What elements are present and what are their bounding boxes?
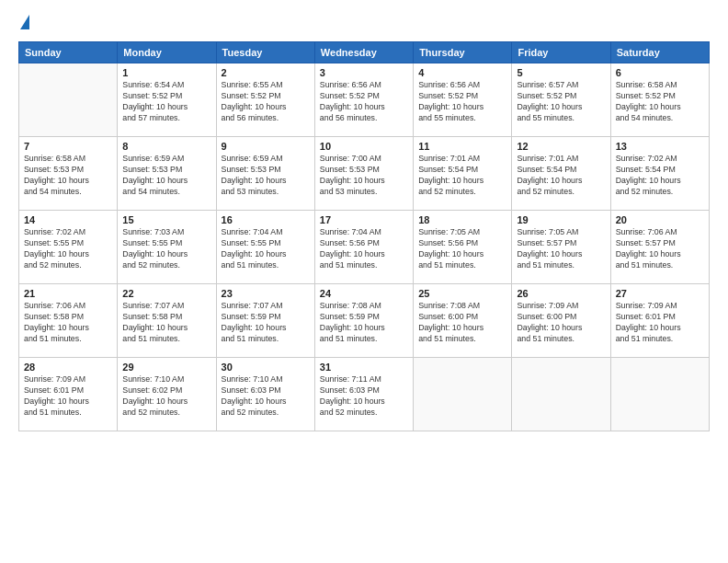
calendar-week-row: 14Sunrise: 7:02 AM Sunset: 5:55 PM Dayli… <box>19 211 710 284</box>
calendar-cell: 19Sunrise: 7:05 AM Sunset: 5:57 PM Dayli… <box>512 211 610 284</box>
day-info: Sunrise: 7:06 AM Sunset: 5:57 PM Dayligh… <box>616 227 704 271</box>
calendar-cell: 22Sunrise: 7:07 AM Sunset: 5:58 PM Dayli… <box>118 284 216 358</box>
calendar-week-row: 7Sunrise: 6:58 AM Sunset: 5:53 PM Daylig… <box>19 137 710 211</box>
day-info: Sunrise: 6:55 AM Sunset: 5:52 PM Dayligh… <box>222 80 310 124</box>
calendar-header-monday: Monday <box>118 42 216 63</box>
day-number: 31 <box>320 362 408 373</box>
day-number: 5 <box>517 67 605 78</box>
calendar-header-saturday: Saturday <box>610 42 709 63</box>
day-info: Sunrise: 6:56 AM Sunset: 5:52 PM Dayligh… <box>418 80 506 124</box>
day-info: Sunrise: 7:05 AM Sunset: 5:56 PM Dayligh… <box>418 227 506 271</box>
day-number: 30 <box>222 362 310 373</box>
day-number: 7 <box>24 141 112 152</box>
calendar-cell: 5Sunrise: 6:57 AM Sunset: 5:52 PM Daylig… <box>512 63 610 137</box>
day-number: 10 <box>320 141 408 152</box>
day-info: Sunrise: 6:59 AM Sunset: 5:53 PM Dayligh… <box>222 154 310 198</box>
day-number: 18 <box>418 214 506 225</box>
calendar-header-wednesday: Wednesday <box>314 42 413 63</box>
calendar-cell: 9Sunrise: 6:59 AM Sunset: 5:53 PM Daylig… <box>216 137 314 211</box>
day-number: 2 <box>222 67 310 78</box>
day-info: Sunrise: 7:08 AM Sunset: 5:59 PM Dayligh… <box>320 301 408 345</box>
day-info: Sunrise: 6:59 AM Sunset: 5:53 PM Dayligh… <box>122 154 210 198</box>
day-number: 8 <box>122 141 210 152</box>
page: SundayMondayTuesdayWednesdayThursdayFrid… <box>0 0 728 563</box>
calendar-cell: 11Sunrise: 7:01 AM Sunset: 5:54 PM Dayli… <box>414 137 512 211</box>
day-info: Sunrise: 6:57 AM Sunset: 5:52 PM Dayligh… <box>517 80 605 124</box>
calendar-cell: 29Sunrise: 7:10 AM Sunset: 6:02 PM Dayli… <box>118 358 216 431</box>
calendar-cell: 7Sunrise: 6:58 AM Sunset: 5:53 PM Daylig… <box>19 137 118 211</box>
calendar-header-friday: Friday <box>512 42 610 63</box>
day-number: 12 <box>517 141 605 152</box>
calendar-cell: 25Sunrise: 7:08 AM Sunset: 6:00 PM Dayli… <box>414 284 512 358</box>
logo <box>18 15 29 32</box>
calendar-cell: 23Sunrise: 7:07 AM Sunset: 5:59 PM Dayli… <box>216 284 314 358</box>
day-number: 9 <box>222 141 310 152</box>
calendar-cell <box>610 358 709 431</box>
calendar-header-thursday: Thursday <box>414 42 512 63</box>
day-number: 24 <box>320 288 408 299</box>
calendar-cell: 24Sunrise: 7:08 AM Sunset: 5:59 PM Dayli… <box>314 284 413 358</box>
calendar-header-row: SundayMondayTuesdayWednesdayThursdayFrid… <box>19 42 710 63</box>
calendar-week-row: 28Sunrise: 7:09 AM Sunset: 6:01 PM Dayli… <box>19 358 710 431</box>
day-info: Sunrise: 7:10 AM Sunset: 6:03 PM Dayligh… <box>222 374 310 419</box>
calendar-header-sunday: Sunday <box>19 42 118 63</box>
calendar-cell: 26Sunrise: 7:09 AM Sunset: 6:00 PM Dayli… <box>512 284 610 358</box>
calendar-week-row: 1Sunrise: 6:54 AM Sunset: 5:52 PM Daylig… <box>19 63 710 137</box>
calendar-cell: 14Sunrise: 7:02 AM Sunset: 5:55 PM Dayli… <box>19 211 118 284</box>
logo-text <box>18 15 29 31</box>
day-info: Sunrise: 7:05 AM Sunset: 5:57 PM Dayligh… <box>517 227 605 271</box>
calendar-cell: 21Sunrise: 7:06 AM Sunset: 5:58 PM Dayli… <box>19 284 118 358</box>
day-info: Sunrise: 7:09 AM Sunset: 6:01 PM Dayligh… <box>616 301 704 345</box>
day-info: Sunrise: 7:01 AM Sunset: 5:54 PM Dayligh… <box>418 154 506 198</box>
day-info: Sunrise: 7:07 AM Sunset: 5:59 PM Dayligh… <box>222 301 310 345</box>
day-info: Sunrise: 6:54 AM Sunset: 5:52 PM Dayligh… <box>122 80 210 124</box>
day-info: Sunrise: 7:07 AM Sunset: 5:58 PM Dayligh… <box>122 301 210 345</box>
day-number: 23 <box>222 288 310 299</box>
calendar-cell: 2Sunrise: 6:55 AM Sunset: 5:52 PM Daylig… <box>216 63 314 137</box>
day-info: Sunrise: 6:58 AM Sunset: 5:53 PM Dayligh… <box>24 154 112 198</box>
calendar-cell: 10Sunrise: 7:00 AM Sunset: 5:53 PM Dayli… <box>314 137 413 211</box>
calendar-week-row: 21Sunrise: 7:06 AM Sunset: 5:58 PM Dayli… <box>19 284 710 358</box>
header <box>18 15 710 32</box>
day-info: Sunrise: 7:09 AM Sunset: 6:01 PM Dayligh… <box>24 374 112 419</box>
day-number: 11 <box>418 141 506 152</box>
calendar-cell: 20Sunrise: 7:06 AM Sunset: 5:57 PM Dayli… <box>610 211 709 284</box>
calendar-header-tuesday: Tuesday <box>216 42 314 63</box>
day-number: 13 <box>616 141 704 152</box>
day-number: 27 <box>616 288 704 299</box>
calendar-table: SundayMondayTuesdayWednesdayThursdayFrid… <box>18 41 710 431</box>
day-info: Sunrise: 7:08 AM Sunset: 6:00 PM Dayligh… <box>418 301 506 345</box>
day-info: Sunrise: 7:01 AM Sunset: 5:54 PM Dayligh… <box>517 154 605 198</box>
day-info: Sunrise: 6:56 AM Sunset: 5:52 PM Dayligh… <box>320 80 408 124</box>
day-number: 3 <box>320 67 408 78</box>
day-info: Sunrise: 7:00 AM Sunset: 5:53 PM Dayligh… <box>320 154 408 198</box>
calendar-cell <box>512 358 610 431</box>
day-info: Sunrise: 7:10 AM Sunset: 6:02 PM Dayligh… <box>122 374 210 419</box>
day-number: 25 <box>418 288 506 299</box>
calendar-cell: 31Sunrise: 7:11 AM Sunset: 6:03 PM Dayli… <box>314 358 413 431</box>
calendar-cell <box>414 358 512 431</box>
calendar-cell: 16Sunrise: 7:04 AM Sunset: 5:55 PM Dayli… <box>216 211 314 284</box>
day-number: 22 <box>122 288 210 299</box>
calendar-cell: 13Sunrise: 7:02 AM Sunset: 5:54 PM Dayli… <box>610 137 709 211</box>
calendar-cell: 6Sunrise: 6:58 AM Sunset: 5:52 PM Daylig… <box>610 63 709 137</box>
day-info: Sunrise: 7:11 AM Sunset: 6:03 PM Dayligh… <box>320 374 408 419</box>
calendar-cell: 27Sunrise: 7:09 AM Sunset: 6:01 PM Dayli… <box>610 284 709 358</box>
calendar-cell <box>19 63 118 137</box>
day-number: 15 <box>122 214 210 225</box>
calendar-cell: 28Sunrise: 7:09 AM Sunset: 6:01 PM Dayli… <box>19 358 118 431</box>
day-info: Sunrise: 7:04 AM Sunset: 5:55 PM Dayligh… <box>222 227 310 271</box>
day-info: Sunrise: 7:09 AM Sunset: 6:00 PM Dayligh… <box>517 301 605 345</box>
day-info: Sunrise: 6:58 AM Sunset: 5:52 PM Dayligh… <box>616 80 704 124</box>
day-number: 6 <box>616 67 704 78</box>
day-number: 16 <box>222 214 310 225</box>
day-info: Sunrise: 7:04 AM Sunset: 5:56 PM Dayligh… <box>320 227 408 271</box>
day-number: 29 <box>122 362 210 373</box>
day-info: Sunrise: 7:06 AM Sunset: 5:58 PM Dayligh… <box>24 301 112 345</box>
day-info: Sunrise: 7:02 AM Sunset: 5:54 PM Dayligh… <box>616 154 704 198</box>
calendar-cell: 12Sunrise: 7:01 AM Sunset: 5:54 PM Dayli… <box>512 137 610 211</box>
calendar-cell: 15Sunrise: 7:03 AM Sunset: 5:55 PM Dayli… <box>118 211 216 284</box>
calendar-cell: 3Sunrise: 6:56 AM Sunset: 5:52 PM Daylig… <box>314 63 413 137</box>
day-number: 21 <box>24 288 112 299</box>
calendar-cell: 8Sunrise: 6:59 AM Sunset: 5:53 PM Daylig… <box>118 137 216 211</box>
